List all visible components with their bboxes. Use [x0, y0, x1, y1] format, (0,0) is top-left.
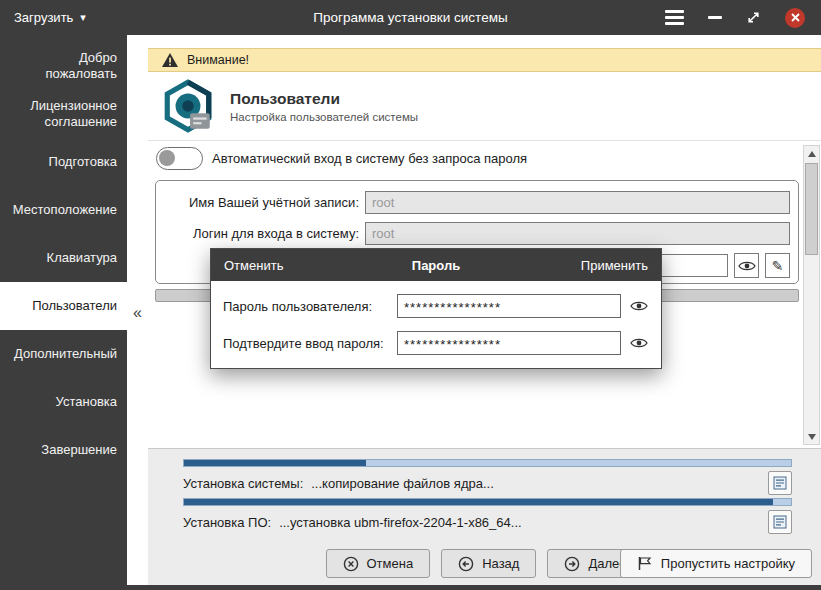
- software-progress-label: Установка ПО:: [183, 515, 271, 530]
- sidebar-item-license[interactable]: Лицензионное соглашение: [0, 90, 127, 138]
- minimize-icon[interactable]: [708, 16, 722, 19]
- dialog-password-label: Пароль пользователеля:: [223, 299, 391, 314]
- dialog-cancel-button[interactable]: Отменить: [224, 258, 283, 273]
- dialog-password-row: Пароль пользователеля:: [223, 294, 651, 318]
- load-button[interactable]: Загрузить ▾: [0, 0, 100, 35]
- page-subtitle: Настройка пользователей системы: [230, 111, 418, 123]
- dialog-show-confirm-button[interactable]: [627, 331, 651, 355]
- sidebar-item-installation[interactable]: Установка: [0, 378, 127, 426]
- password-dialog: Отменить Пароль Применить Пароль пользов…: [210, 248, 662, 369]
- back-arrow-icon: [458, 556, 474, 572]
- window-controls: [665, 8, 821, 28]
- sidebar-collapse-button[interactable]: «: [127, 35, 148, 590]
- page-title: Пользователи: [230, 90, 418, 108]
- autologin-toggle[interactable]: [156, 147, 203, 170]
- load-button-label: Загрузить: [14, 10, 73, 25]
- back-button-label: Назад: [482, 556, 519, 571]
- cancel-button[interactable]: Отмена: [326, 549, 431, 578]
- software-log-button[interactable]: [768, 510, 792, 534]
- sidebar-item-users[interactable]: Пользователи: [0, 282, 127, 330]
- main-panel: Внимание! Пользователи Настройка пользов…: [148, 35, 821, 590]
- account-name-input[interactable]: [365, 191, 790, 214]
- sidebar-item-welcome[interactable]: Добро пожаловать: [0, 42, 127, 90]
- login-input[interactable]: [365, 222, 790, 245]
- sidebar-item-completion[interactable]: Завершение: [0, 426, 127, 474]
- warning-label: Внимание!: [187, 53, 249, 67]
- eye-icon: [738, 260, 756, 272]
- skip-button-label: Пропустить настройку: [661, 556, 795, 571]
- toggle-knob: [159, 150, 175, 166]
- skip-setup-button[interactable]: Пропустить настройку: [620, 549, 812, 578]
- sidebar-item-additional[interactable]: Дополнительный: [0, 330, 127, 378]
- software-progress-bar: [183, 498, 792, 506]
- maximize-icon[interactable]: [746, 10, 761, 25]
- dialog-apply-button[interactable]: Применить: [581, 258, 648, 273]
- dialog-password-input[interactable]: [397, 294, 621, 318]
- eye-icon: [630, 337, 648, 349]
- sidebar-item-keyboard[interactable]: Клавиатура: [0, 234, 127, 282]
- scrollbar-thumb[interactable]: [805, 163, 818, 255]
- collapse-chevron-icon: «: [133, 304, 142, 322]
- dialog-confirm-input[interactable]: [397, 331, 621, 355]
- close-icon[interactable]: [785, 8, 805, 28]
- account-name-row: Имя Вашей учётной записи:: [164, 191, 790, 214]
- system-progress-bar: [183, 459, 792, 467]
- cancel-circle-icon: [343, 556, 359, 572]
- vertical-scrollbar[interactable]: [803, 145, 820, 445]
- dialog-confirm-label: Подтвердите ввод пароля:: [223, 336, 391, 351]
- warning-banner: Внимание!: [148, 48, 821, 72]
- scroll-up-arrow[interactable]: [804, 146, 819, 161]
- users-module-logo: [160, 78, 216, 134]
- pencil-icon: ✎: [772, 258, 784, 274]
- show-password-button[interactable]: [734, 253, 759, 278]
- menu-icon[interactable]: [665, 10, 684, 25]
- system-progress-row: Установка системы: ...копирование файлов…: [183, 471, 792, 495]
- eye-icon: [630, 300, 648, 312]
- system-progress-status: ...копирование файлов ядра...: [311, 476, 494, 491]
- window-bottom-frame: [127, 585, 821, 590]
- system-progress-fill: [184, 460, 366, 466]
- account-name-label: Имя Вашей учётной записи:: [164, 195, 359, 210]
- skip-flag-icon: [637, 556, 653, 571]
- autologin-row: Автоматический вход в систему без запрос…: [156, 147, 527, 170]
- edit-password-button[interactable]: ✎: [765, 253, 790, 278]
- autologin-label: Автоматический вход в систему без запрос…: [212, 151, 527, 166]
- cancel-button-label: Отмена: [367, 556, 414, 571]
- software-progress-fill: [184, 499, 773, 505]
- sidebar-item-location[interactable]: Местоположение: [0, 186, 127, 234]
- titlebar: Загрузить ▾ Программа установки системы: [0, 0, 821, 35]
- log-icon: [773, 515, 787, 529]
- system-progress-label: Установка системы:: [183, 476, 303, 491]
- page-header-text: Пользователи Настройка пользователей сис…: [230, 90, 418, 123]
- dialog-confirm-row: Подтвердите ввод пароля:: [223, 331, 651, 355]
- software-progress-row: Установка ПО: ...установка ubm-firefox-2…: [183, 510, 792, 534]
- sidebar: Добро пожаловать Лицензионное соглашение…: [0, 35, 127, 590]
- scroll-down-arrow[interactable]: [804, 429, 819, 444]
- dialog-show-password-button[interactable]: [627, 294, 651, 318]
- login-label: Логин для входа в систему:: [164, 226, 359, 241]
- footer-buttons: Отмена Назад Далее Пропустить настройку: [148, 549, 821, 579]
- next-arrow-icon: [564, 556, 580, 572]
- system-log-button[interactable]: [768, 471, 792, 495]
- footer: Установка системы: ...копирование файлов…: [148, 448, 821, 590]
- chevron-down-icon: ▾: [80, 11, 86, 24]
- page-header: Пользователи Настройка пользователей сис…: [148, 72, 821, 141]
- installer-window: Загрузить ▾ Программа установки системы …: [0, 0, 821, 590]
- warning-icon: [162, 53, 178, 67]
- software-progress-status: ...установка ubm-firefox-2204-1-x86_64..…: [279, 515, 522, 530]
- password-dialog-header: Отменить Пароль Применить: [211, 249, 661, 281]
- log-icon: [773, 476, 787, 490]
- login-row: Логин для входа в систему:: [164, 222, 790, 245]
- back-button[interactable]: Назад: [441, 549, 536, 578]
- sidebar-item-preparation[interactable]: Подготовка: [0, 138, 127, 186]
